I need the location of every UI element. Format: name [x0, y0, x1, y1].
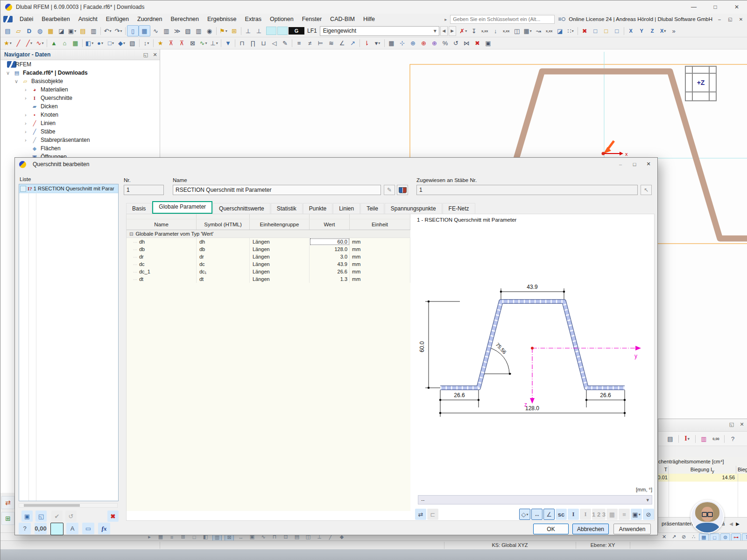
cell-value[interactable]: 1.3: [310, 275, 350, 283]
cell-unit[interactable]: mm: [350, 238, 410, 245]
toolbar-icon[interactable]: ✗: [458, 26, 469, 36]
toolbar-icon[interactable]: ↧: [469, 26, 479, 36]
preview-tool-icon[interactable]: ⇄: [415, 509, 426, 520]
toolbar-icon[interactable]: [241, 27, 241, 35]
cell-name[interactable]: dc: [127, 260, 197, 268]
workspace-close-icon[interactable]: ✕: [737, 17, 745, 22]
toolbar-icon[interactable]: ∿: [35, 38, 45, 49]
toolbar-icon[interactable]: ⊼: [176, 38, 187, 49]
toolbar-icon[interactable]: »: [669, 26, 679, 36]
chevron-collapsed-icon[interactable]: ›: [25, 119, 27, 127]
parameter-group-row[interactable]: ⊟ Globale Parameter vom Typ 'Wert': [127, 230, 410, 238]
cancel-button[interactable]: Abbrechen: [572, 524, 609, 534]
menu-item[interactable]: Fenster: [298, 14, 326, 25]
chevron-collapsed-icon[interactable]: ›: [25, 136, 27, 144]
toolbar-icon[interactable]: ▦: [70, 38, 81, 49]
list-action-button[interactable]: ✖: [107, 511, 119, 522]
toolbar-icon[interactable]: ⌂: [59, 38, 70, 49]
tree-item-basisobjekte[interactable]: ∨ ▱ Basisobjekte: [0, 77, 160, 85]
cell-unit-group[interactable]: Längen: [250, 260, 310, 268]
dialog-tool-icon[interactable]: fx: [98, 523, 110, 534]
toolbar-icon[interactable]: I: [682, 434, 692, 444]
toolbar-icon[interactable]: ↕: [141, 38, 152, 49]
cell-symbol[interactable]: dc₁: [197, 268, 250, 275]
tab-scroll-left-icon[interactable]: ◀: [728, 521, 734, 526]
toolbar-icon[interactable]: [125, 27, 126, 35]
toolbar-icon[interactable]: %: [440, 38, 451, 49]
workspace-restore-icon[interactable]: ◱: [726, 17, 734, 22]
toolbar-icon[interactable]: ▥: [193, 26, 204, 36]
list-action-button[interactable]: ↺: [65, 511, 77, 522]
toolbar-icon[interactable]: □: [601, 26, 612, 36]
toolbar-icon[interactable]: [139, 39, 140, 47]
preview-tool-icon[interactable]: sc: [556, 509, 567, 520]
preview-tool-icon[interactable]: 1 2 3: [592, 509, 606, 520]
cross-section-list[interactable]: I? 1 RSECTION Querschnitt mit Parar: [19, 184, 119, 501]
cell-symbol[interactable]: dt: [197, 275, 250, 283]
toolbar-icon[interactable]: ∷: [565, 26, 576, 36]
toolbar-icon[interactable]: ⊞: [229, 26, 240, 36]
toolbar-icon[interactable]: ▦: [386, 38, 397, 49]
dialog-tool-icon[interactable]: ?: [19, 523, 31, 534]
dialog-maximize-button[interactable]: □: [627, 159, 641, 169]
pick-members-button[interactable]: ↖: [641, 185, 652, 195]
toolbar-icon[interactable]: ◍: [35, 26, 45, 36]
cell-value[interactable]: 128.0: [310, 245, 350, 253]
chevron-collapsed-icon[interactable]: ›: [25, 111, 27, 119]
toolbar-icon[interactable]: [292, 39, 292, 47]
cell-name[interactable]: dr: [127, 253, 197, 260]
toolbar-icon[interactable]: [384, 39, 385, 47]
search-expander-icon[interactable]: ▸: [444, 17, 447, 22]
cell-value[interactable]: 3.0: [310, 253, 350, 260]
preview-tool-icon[interactable]: I: [568, 509, 579, 520]
toolbar-icon[interactable]: ▤: [78, 26, 88, 36]
cell-value[interactable]: 26.6: [310, 268, 350, 275]
preview-tool-icon[interactable]: ▣: [631, 509, 642, 520]
toolbar-icon[interactable]: ▦: [139, 25, 150, 36]
preview-tool-icon[interactable]: ∠: [543, 509, 555, 520]
cell-symbol[interactable]: dc: [197, 260, 250, 268]
panel-close-icon[interactable]: ✕: [738, 421, 746, 427]
toolbar-icon[interactable]: ▥: [161, 26, 172, 36]
dialog-tab[interactable]: Basis: [126, 203, 152, 214]
toolbar-icon[interactable]: x,xx: [479, 26, 490, 36]
toolbar-icon[interactable]: 0,00: [711, 434, 721, 444]
navigator-close-icon[interactable]: ✕: [150, 52, 160, 58]
dialog-tool-icon[interactable]: A: [66, 523, 78, 534]
toolbar-icon[interactable]: ↺: [451, 38, 461, 49]
chevron-collapsed-icon[interactable]: ›: [25, 127, 27, 136]
next-loadcase-button[interactable]: ▶: [449, 26, 456, 36]
workspace-minimize-icon[interactable]: –: [716, 17, 723, 22]
toolbar-icon[interactable]: ⊕: [408, 38, 418, 49]
list-horizontal-scrollbar[interactable]: [19, 503, 118, 508]
cell-unit-group[interactable]: Längen: [250, 275, 310, 283]
dialog-tab[interactable]: Globale Parameter: [152, 201, 212, 214]
nr-field[interactable]: 1: [124, 185, 164, 195]
loadcase-color-box[interactable]: [266, 27, 276, 35]
toolbar-icon[interactable]: ▧: [127, 38, 138, 49]
toolbar-icon[interactable]: ▦: [522, 26, 533, 36]
preview-tool-icon[interactable]: ≡: [619, 509, 630, 520]
toolbar-icon[interactable]: ▣: [483, 38, 493, 49]
toolbar-icon[interactable]: ∿: [150, 26, 161, 36]
toolbar-icon[interactable]: ◧: [84, 38, 95, 49]
toolbar-icon[interactable]: ▣: [67, 26, 78, 36]
menu-item[interactable]: Bearbeiten: [37, 14, 74, 25]
toolbar-icon[interactable]: ⊹: [397, 38, 408, 49]
preview-tool-icon[interactable]: I: [580, 509, 591, 520]
dialog-tab[interactable]: Linien: [333, 203, 360, 214]
toolbar-icon[interactable]: □: [612, 26, 622, 36]
dialog-tool-icon[interactable]: [50, 523, 63, 535]
menu-item[interactable]: Einfügen: [102, 14, 133, 25]
cell-symbol[interactable]: dh: [197, 238, 250, 245]
dialog-tab[interactable]: Querschnittswerte: [213, 203, 270, 214]
cell-unit-group[interactable]: Längen: [250, 238, 310, 245]
keyword-search-input[interactable]: [450, 15, 555, 24]
toolbar-icon[interactable]: ∠: [337, 38, 347, 49]
toolbar-icon[interactable]: [235, 39, 235, 47]
toolbar-icon[interactable]: ▧: [183, 26, 193, 36]
cell-unit[interactable]: mm: [350, 268, 410, 275]
toolbar-icon[interactable]: [695, 435, 696, 443]
toolbar-icon[interactable]: [221, 39, 221, 47]
chevron-collapsed-icon[interactable]: ›: [25, 94, 27, 102]
